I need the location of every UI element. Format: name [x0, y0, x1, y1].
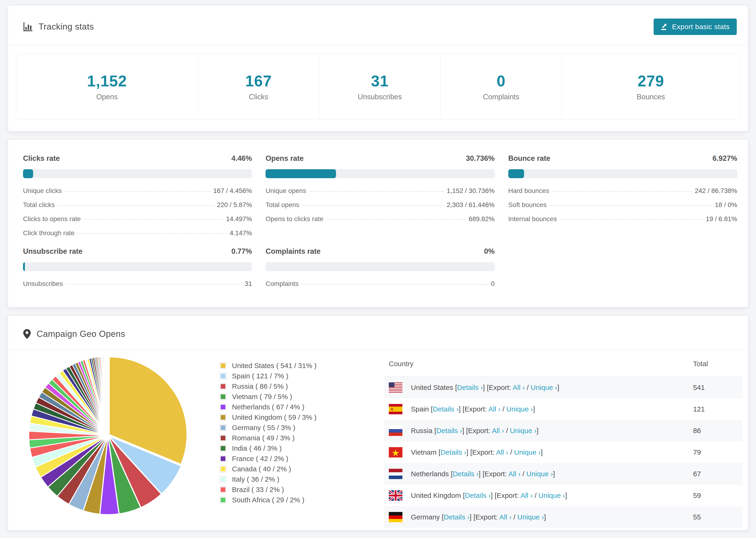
export-all-link[interactable]: All ›	[520, 492, 533, 499]
bracket: ] [Export:	[459, 405, 488, 413]
unsubscribe-rate-block: Unsubscribe rate0.77%Unsubscribes31	[23, 247, 252, 291]
rate-progress-bar	[23, 169, 252, 178]
legend-label: Brazil ( 33 / 2% )	[232, 485, 284, 495]
details-link[interactable]: Details ›	[453, 470, 478, 478]
bracket: ] [Export:	[478, 470, 508, 478]
country-name: Russia [	[411, 427, 436, 435]
dotted-leader	[560, 219, 703, 220]
detail-label: Total opens	[266, 201, 299, 209]
export-all-link[interactable]: All ›	[496, 448, 508, 456]
legend-item: France ( 42 / 2% )	[220, 454, 384, 463]
country-name: Spain [	[411, 405, 433, 413]
details-link[interactable]: Details ›	[441, 448, 466, 456]
details-link[interactable]: Details ›	[433, 405, 459, 413]
export-unique-link[interactable]: Unique ›	[510, 427, 536, 435]
export-unique-link[interactable]: Unique ›	[526, 470, 553, 478]
rate-title: Unsubscribe rate	[23, 247, 82, 256]
dotted-leader	[83, 219, 223, 220]
rate-detail-row: Complaints0	[266, 277, 495, 291]
detail-value: 2,303 / 61.446%	[447, 201, 495, 209]
legend-label: Italy ( 36 / 2% )	[232, 474, 279, 484]
country-cell: United States [Details ›] [Export: All ›…	[389, 382, 684, 393]
detail-value: 689.82%	[469, 215, 495, 223]
dotted-leader	[326, 219, 466, 220]
export-basic-stats-button[interactable]: Export basic stats	[654, 19, 737, 35]
dotted-leader	[302, 205, 444, 206]
country-name: United States [	[411, 384, 457, 391]
country-links: Russia [Details ›] [Export: All › / Uniq…	[411, 427, 539, 435]
legend-swatch	[220, 445, 226, 452]
country-cell: Germany [Details ›] [Export: All › / Uni…	[389, 512, 684, 522]
stat-value: 167	[245, 72, 272, 90]
stat-value: 0	[497, 72, 506, 90]
export-all-link[interactable]: All ›	[508, 470, 520, 478]
legend-item: Brazil ( 33 / 2% )	[220, 485, 384, 495]
geo-opens-title: Campaign Geo Opens	[23, 329, 125, 339]
geo-table: Country Total United States [Details ›] …	[384, 351, 742, 528]
geo-table-wrap: Country Total United States [Details ›] …	[384, 351, 742, 528]
legend-label: Netherlands ( 67 / 4% )	[232, 402, 304, 412]
rate-value: 0%	[484, 247, 495, 256]
slash: /	[512, 513, 517, 521]
legend-item: Spain ( 121 / 7% )	[220, 371, 384, 381]
bracket: ] [Export:	[466, 448, 496, 456]
detail-value: 31	[244, 280, 252, 288]
bracket: ]	[553, 470, 555, 478]
export-unique-link[interactable]: Unique ›	[514, 448, 541, 456]
es-flag-icon	[389, 404, 403, 414]
details-link[interactable]: Details ›	[444, 513, 469, 521]
slash: /	[508, 448, 514, 456]
details-link[interactable]: Details ›	[465, 492, 491, 499]
country-name: United Kingdom [	[411, 492, 465, 499]
dotted-leader	[552, 191, 692, 191]
export-all-link[interactable]: All ›	[488, 405, 501, 413]
country-cell: United Kingdom [Details ›] [Export: All …	[389, 490, 684, 501]
detail-label: Unique opens	[266, 187, 306, 194]
rate-detail-row: Total clicks220 / 5.87%	[23, 198, 252, 212]
details-link[interactable]: Details ›	[436, 427, 462, 435]
ru-flag-icon	[389, 426, 403, 436]
rate-title: Opens rate	[266, 154, 303, 163]
legend-label: Vietnam ( 79 / 5% )	[232, 392, 292, 402]
rate-detail-row: Opens to clicks rate689.82%	[266, 212, 495, 226]
export-all-link[interactable]: All ›	[513, 384, 525, 391]
rate-detail-row: Soft bounces18 / 0%	[508, 198, 737, 212]
country-name: Germany [	[411, 513, 444, 521]
summary-stat-opens: 1,152Opens	[16, 54, 198, 119]
rate-detail-row: Click through rate4.147%	[23, 226, 252, 240]
details-link[interactable]: Details ›	[457, 384, 483, 391]
export-all-link[interactable]: All ›	[492, 427, 504, 435]
detail-label: Clicks to opens rate	[23, 215, 81, 223]
export-unique-link[interactable]: Unique ›	[539, 492, 565, 499]
detail-value: 220 / 5.87%	[217, 201, 252, 209]
country-cell: Netherlands [Details ›] [Export: All › /…	[389, 469, 684, 479]
bracket: ] [Export:	[469, 513, 499, 521]
country-name: Vietnam [	[411, 448, 441, 456]
dashboard-page: Tracking stats Export basic stats 1,152O…	[0, 0, 756, 538]
complaints-rate-block: Complaints rate0%Complaints0	[266, 247, 495, 291]
geo-table-row: Germany [Details ›] [Export: All › / Uni…	[384, 506, 742, 528]
stat-label: Complaints	[483, 93, 519, 101]
tracking-stats-label: Tracking stats	[38, 22, 94, 32]
dotted-leader	[66, 284, 242, 285]
legend-label: South Africa ( 29 / 2% )	[232, 495, 304, 505]
export-all-link[interactable]: All ›	[499, 513, 512, 521]
geo-table-row: United States [Details ›] [Export: All ›…	[384, 377, 742, 398]
legend-label: Germany ( 55 / 3% )	[232, 423, 296, 433]
legend-swatch	[220, 373, 226, 379]
legend-swatch	[220, 456, 226, 462]
country-cell: Russia [Details ›] [Export: All › / Uniq…	[389, 426, 684, 436]
bracket: ]	[533, 405, 535, 413]
geo-opens-header: Campaign Geo Opens	[8, 316, 748, 350]
bracket: ] [Export:	[462, 427, 492, 435]
geo-body: United States ( 541 / 31% )Spain ( 121 /…	[8, 350, 748, 528]
pie-slice	[108, 356, 108, 434]
export-unique-link[interactable]: Unique ›	[531, 384, 557, 391]
pie-chart-svg	[26, 353, 190, 517]
detail-value: 14.497%	[226, 215, 252, 223]
export-unique-link[interactable]: Unique ›	[507, 405, 533, 413]
detail-label: Opens to clicks rate	[266, 215, 323, 223]
bracket: ]	[544, 513, 546, 521]
export-unique-link[interactable]: Unique ›	[517, 513, 544, 521]
legend-swatch	[220, 394, 226, 400]
